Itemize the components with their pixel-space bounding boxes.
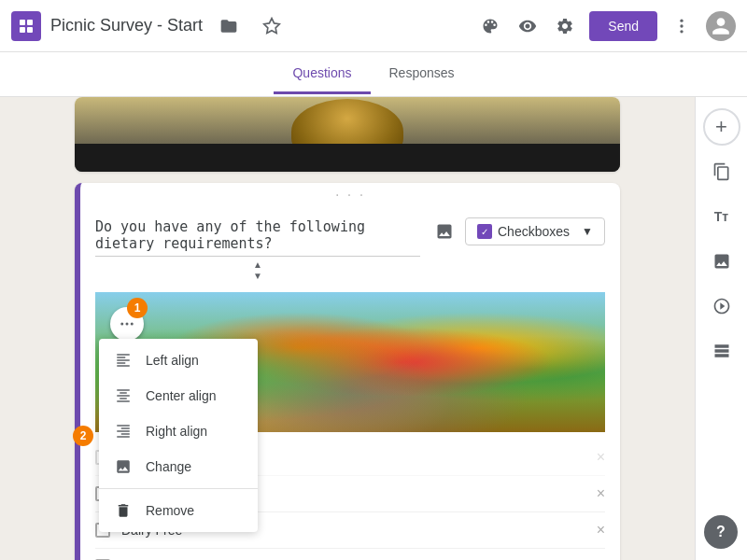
svg-point-7 xyxy=(680,30,683,33)
menu-label-change: Change xyxy=(146,459,191,474)
arrow-down-btn[interactable]: ▼ xyxy=(95,272,420,281)
add-question-btn[interactable]: + xyxy=(703,108,740,146)
avatar[interactable] xyxy=(706,11,736,41)
menu-item-right-align[interactable]: Right align xyxy=(99,413,258,449)
step-badge-2: 2 xyxy=(73,426,93,446)
question-input-area: ▲ ▼ xyxy=(95,215,420,281)
center-align-icon xyxy=(114,387,133,404)
help-button[interactable]: ? xyxy=(704,515,738,549)
menu-divider xyxy=(99,488,258,489)
add-title-btn[interactable]: Tт xyxy=(703,198,740,235)
right-align-icon xyxy=(114,423,133,440)
tabs-bar: Questions Responses xyxy=(0,52,747,97)
header-card xyxy=(75,97,620,172)
topbar: Picnic Survey - Start Send xyxy=(0,0,747,52)
star-icon[interactable] xyxy=(255,9,289,43)
palette-icon[interactable] xyxy=(473,9,507,43)
step-badge-1: 1 xyxy=(127,298,148,318)
copy-section-btn[interactable] xyxy=(703,153,740,190)
svg-rect-3 xyxy=(27,27,33,33)
svg-point-10 xyxy=(131,323,134,326)
remove-icon xyxy=(114,502,133,519)
menu-label-center-align: Center align xyxy=(146,388,217,403)
right-sidebar: + Tт xyxy=(695,97,747,560)
table-row: Gluten Free × xyxy=(95,549,605,560)
arrow-up-btn[interactable]: ▲ xyxy=(95,260,420,270)
svg-marker-4 xyxy=(264,18,280,33)
drag-handle[interactable]: · · · xyxy=(80,183,620,203)
menu-label-left-align: Left align xyxy=(146,353,199,368)
send-button[interactable]: Send xyxy=(589,11,657,41)
question-card: · · · ▲ ▼ ✓ Checkboxes ▼ xyxy=(75,183,620,560)
main-content: · · · ▲ ▼ ✓ Checkboxes ▼ xyxy=(0,97,747,560)
menu-item-change[interactable]: Change xyxy=(99,449,258,484)
image-bottom-bar xyxy=(75,144,620,172)
app-icon xyxy=(11,11,41,41)
image-upload-icon[interactable] xyxy=(428,215,461,248)
menu-label-remove: Remove xyxy=(146,503,194,518)
svg-point-9 xyxy=(126,323,129,326)
remove-option-btn[interactable]: × xyxy=(597,449,605,466)
tab-questions[interactable]: Questions xyxy=(274,54,370,94)
settings-icon[interactable] xyxy=(548,9,582,43)
question-text-input[interactable] xyxy=(95,215,420,257)
svg-rect-2 xyxy=(20,27,25,33)
menu-item-remove[interactable]: Remove xyxy=(99,493,258,528)
tab-responses[interactable]: Responses xyxy=(371,54,473,94)
preview-icon[interactable] xyxy=(511,9,544,43)
svg-point-8 xyxy=(120,323,123,326)
svg-rect-1 xyxy=(27,20,33,25)
type-label: Checkboxes xyxy=(498,224,570,239)
image-container: 1 2 Left align Center a xyxy=(95,292,605,432)
form-area: · · · ▲ ▼ ✓ Checkboxes ▼ xyxy=(0,97,695,560)
svg-point-6 xyxy=(680,24,683,27)
checkbox-type-icon: ✓ xyxy=(477,224,492,239)
left-align-icon xyxy=(114,352,133,369)
remove-vegan-btn[interactable]: × xyxy=(597,485,605,502)
context-menu: 2 Left align Center align xyxy=(99,339,258,532)
menu-item-left-align[interactable]: Left align xyxy=(99,343,258,378)
menu-label-right-align: Right align xyxy=(146,424,207,439)
header-image xyxy=(75,97,620,172)
add-section-btn[interactable] xyxy=(703,332,740,370)
remove-dairy-free-btn[interactable]: × xyxy=(597,522,605,539)
svg-point-5 xyxy=(680,19,683,21)
svg-rect-0 xyxy=(20,20,25,25)
folder-icon[interactable] xyxy=(212,9,246,43)
page-title: Picnic Survey - Start xyxy=(50,16,203,35)
question-header: ▲ ▼ ✓ Checkboxes ▼ xyxy=(80,203,620,292)
add-video-btn[interactable] xyxy=(703,287,740,325)
dropdown-arrow: ▼ xyxy=(582,225,593,238)
menu-item-center-align[interactable]: Center align xyxy=(99,378,258,413)
question-type-selector[interactable]: ✓ Checkboxes ▼ xyxy=(465,217,605,245)
topbar-left: Picnic Survey - Start xyxy=(11,9,473,43)
add-image-btn[interactable] xyxy=(703,243,740,280)
question-arrows: ▲ ▼ xyxy=(95,260,420,281)
more-vert-icon[interactable] xyxy=(665,9,698,43)
change-icon xyxy=(114,458,133,475)
